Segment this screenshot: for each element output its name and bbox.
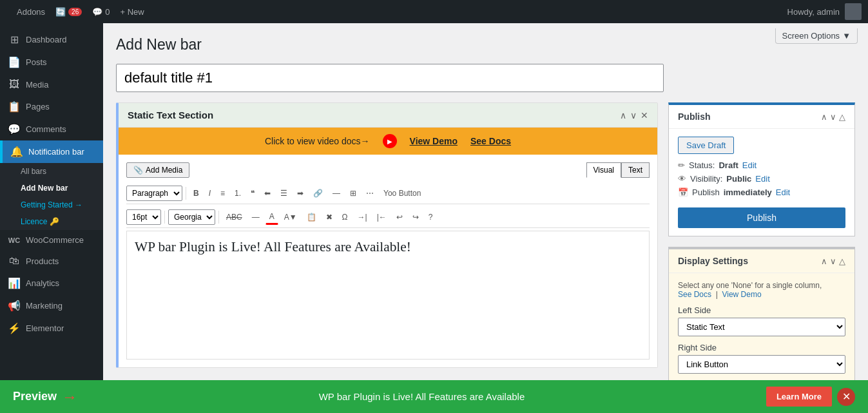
close-box-icon[interactable]: △ <box>839 112 845 122</box>
font-family-select[interactable]: Georgia <box>168 209 215 225</box>
collapse-up-icon[interactable]: ∧ <box>821 256 827 266</box>
close-section-icon[interactable]: ✕ <box>641 110 648 120</box>
screen-options-button[interactable]: Screen Options ▼ <box>775 28 858 44</box>
status-value: Draft <box>719 160 738 170</box>
collapse-down-icon[interactable]: ∨ <box>830 112 836 122</box>
submenu-licence[interactable]: Licence 🔑 <box>0 213 103 230</box>
font-size-select[interactable]: 16pt <box>126 209 161 225</box>
right-side-select[interactable]: Link Button None Static Text <box>678 355 845 374</box>
products-icon: 🛍 <box>8 255 21 267</box>
more-button[interactable]: — <box>329 186 344 200</box>
align-center-button[interactable]: ☰ <box>276 186 291 200</box>
hr-button[interactable]: — <box>248 210 264 224</box>
howdy-text: Howdy, admin <box>787 7 840 17</box>
comments-link[interactable]: 💬 0 <box>92 7 110 17</box>
preview-bar: Preview → WP bar Plugin is Live! All Fea… <box>0 380 868 413</box>
ordered-list-button[interactable]: 1. <box>231 186 245 200</box>
publish-edit-link[interactable]: Edit <box>776 187 790 197</box>
learn-more-button[interactable]: Learn More <box>766 387 832 407</box>
comments-icon: 💬 <box>8 123 21 135</box>
admin-top-bar: W Addons 🔄 26 💬 0 + New Howdy, admin <box>0 0 868 23</box>
left-side-select[interactable]: Static Text None Link Button <box>678 318 845 336</box>
bold-button[interactable]: B <box>189 186 203 200</box>
visibility-edit-link[interactable]: Edit <box>755 174 769 184</box>
status-edit-link[interactable]: Edit <box>742 160 757 170</box>
italic-button[interactable]: I <box>205 186 215 200</box>
submenu-add-new-bar[interactable]: Add New bar <box>0 180 103 197</box>
collapse-down-icon[interactable]: ∨ <box>630 110 637 120</box>
yoo-button[interactable]: Yoo Button <box>380 186 425 200</box>
redo-button[interactable]: ↪ <box>409 210 423 224</box>
add-media-button[interactable]: 📎 Add Media <box>126 162 189 178</box>
collapse-up-icon[interactable]: ∧ <box>620 110 626 120</box>
text-tab[interactable]: Text <box>621 162 650 178</box>
sidebar-item-posts[interactable]: 📄 Posts <box>0 51 103 73</box>
publish-time: immediately <box>724 187 772 197</box>
paragraph-format-select[interactable]: Paragraph <box>126 186 182 201</box>
paste-from-word-button[interactable]: 📋 <box>303 210 320 224</box>
table-button[interactable]: ⊞ <box>346 186 360 200</box>
bg-color-button[interactable]: A▼ <box>280 210 301 224</box>
sidebar-item-marketing[interactable]: 📢 Marketing <box>0 294 103 317</box>
sidebar-item-dashboard[interactable]: ⊞ Dashboard <box>0 28 103 51</box>
clear-formatting-button[interactable]: ✖ <box>322 210 336 224</box>
font-color-button[interactable]: A <box>265 209 278 225</box>
site-name[interactable]: Addons <box>17 7 45 17</box>
sidebar-item-comments[interactable]: 💬 Comments <box>0 118 103 140</box>
submenu-all-bars[interactable]: All bars <box>0 163 103 180</box>
view-demo-link[interactable]: View Demo <box>410 136 458 146</box>
publish-button[interactable]: Publish <box>678 207 845 228</box>
outdent-button[interactable]: |← <box>373 210 391 224</box>
sidebar-item-elementor[interactable]: ⚡ Elementor <box>0 317 103 340</box>
comments-count: 0 <box>105 7 110 17</box>
view-tabs: Visual Text <box>586 162 650 178</box>
strikethrough-button[interactable]: ABC <box>222 210 246 224</box>
special-chars-button[interactable]: Ω <box>338 210 352 224</box>
link-button[interactable]: 🔗 <box>309 186 327 200</box>
marketing-icon: 📢 <box>8 300 21 312</box>
play-button[interactable]: ▶ <box>383 134 397 148</box>
all-bars-label: All bars <box>21 167 46 176</box>
visibility-value: Public <box>726 174 751 184</box>
align-left-button[interactable]: ⬅ <box>260 186 275 200</box>
blockquote-button[interactable]: ❝ <box>247 186 258 200</box>
new-content-link[interactable]: + New <box>120 7 144 17</box>
undo-button[interactable]: ↩ <box>392 210 407 224</box>
preview-label-container: Preview → <box>13 388 77 406</box>
toolbar-toggle[interactable]: ⋯ <box>362 186 378 200</box>
editor-content[interactable]: WP bar Plugin is Live! All Features are … <box>126 231 650 360</box>
submenu-getting-started[interactable]: Getting Started → <box>0 197 103 213</box>
visual-tab[interactable]: Visual <box>586 162 621 178</box>
sidebar-item-pages[interactable]: 📋 Pages <box>0 95 103 118</box>
updates-count: 26 <box>68 8 82 16</box>
sidebar-item-media[interactable]: 🖼 Media <box>0 73 103 95</box>
main-content: Add New bar Static Text Section ∧ ∨ ✕ <box>103 23 868 413</box>
static-text-section: Static Text Section ∧ ∨ ✕ Click to view … <box>116 102 658 368</box>
sidebar-item-label: Marketing <box>26 301 63 311</box>
sidebar-item-woocommerce[interactable]: WC WooCommerce <box>0 230 103 250</box>
help-button[interactable]: ? <box>425 210 437 224</box>
sidebar-item-notification-bar[interactable]: 🔔 Notification bar <box>0 140 103 163</box>
see-docs-link[interactable]: See Docs <box>470 136 511 146</box>
align-right-button[interactable]: ➡ <box>293 186 307 200</box>
publish-box-controls: ∧ ∨ △ <box>821 112 845 122</box>
collapse-up-icon[interactable]: ∧ <box>821 112 827 122</box>
sidebar-item-products[interactable]: 🛍 Products <box>0 250 103 272</box>
updates-link[interactable]: 🔄 26 <box>55 7 82 17</box>
screen-options-label: Screen Options <box>782 31 840 41</box>
indent-button[interactable]: →| <box>354 210 371 224</box>
display-see-docs-link[interactable]: See Docs <box>678 290 711 299</box>
page-title: Add New bar <box>116 36 855 53</box>
close-box-icon[interactable]: △ <box>839 256 845 266</box>
publish-box-title: Publish <box>678 111 711 122</box>
publish-box: Publish ∧ ∨ △ Save Draft ✏ Status: Draft <box>668 102 855 236</box>
display-view-demo-link[interactable]: View Demo <box>722 290 761 299</box>
save-draft-button[interactable]: Save Draft <box>678 137 734 154</box>
sidebar-item-analytics[interactable]: 📊 Analytics <box>0 272 103 294</box>
unordered-list-button[interactable]: ≡ <box>217 186 229 200</box>
user-avatar[interactable] <box>845 3 862 20</box>
collapse-down-icon[interactable]: ∨ <box>830 256 836 266</box>
sidebar-item-label: Comments <box>26 124 66 134</box>
preview-close-button[interactable]: ✕ <box>837 388 855 406</box>
post-title-input[interactable] <box>116 64 664 92</box>
